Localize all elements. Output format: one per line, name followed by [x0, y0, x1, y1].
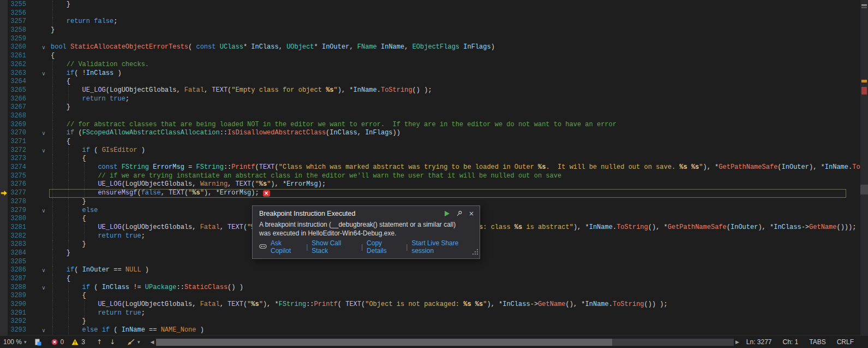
vertical-scrollbar[interactable]: [860, 0, 868, 335]
code-line[interactable]: 3272∨ if ( GIsEditor ): [0, 146, 860, 155]
fold-chevron-icon[interactable]: ∨: [40, 207, 47, 215]
next-issue-button[interactable]: ↓: [110, 338, 115, 346]
horizontal-scrollbar-thumb[interactable]: [156, 339, 613, 346]
zoom-control[interactable]: 100 % ▾: [3, 338, 27, 346]
code-line[interactable]: 3276 UE_LOG(LogUObjectGlobals, Warning, …: [0, 180, 860, 189]
pin-icon[interactable]: [456, 210, 463, 217]
ask-copilot-link[interactable]: Ask Copilot: [271, 239, 302, 255]
copy-details-link[interactable]: Copy Details: [367, 239, 402, 255]
indent-mode-indicator[interactable]: TABS: [809, 338, 825, 346]
line-number: 3278: [8, 198, 26, 207]
fold-chevron-icon[interactable]: ∨: [40, 326, 47, 335]
code-line[interactable]: 3267 }: [0, 103, 860, 112]
line-indicator[interactable]: Ln: 3277: [746, 338, 772, 346]
line-number: 3281: [8, 223, 26, 232]
resize-grip[interactable]: [472, 247, 478, 257]
warning-indicator[interactable]: 3: [71, 338, 85, 346]
code-text: }: [51, 1, 70, 9]
close-icon[interactable]: ×: [469, 210, 474, 217]
fold-chevron-icon[interactable]: ∨: [40, 129, 47, 138]
code-line[interactable]: 3273 {: [0, 155, 860, 163]
code-line[interactable]: 3260∨bool StaticAllocateObjectErrorTests…: [0, 43, 860, 52]
code-line[interactable]: 3255 }: [0, 1, 860, 9]
line-number: 3289: [8, 292, 26, 300]
code-line[interactable]: 3262 // Validation checks.: [0, 61, 860, 69]
chevron-down-icon: ▾: [24, 339, 27, 345]
column-indicator[interactable]: Ch: 1: [783, 338, 799, 346]
code-text: {: [51, 292, 86, 300]
document-health-icon[interactable]: [34, 339, 41, 346]
code-line[interactable]: 3258}: [0, 26, 860, 35]
error-count: 0: [61, 338, 64, 346]
code-line[interactable]: 3293∨ else if ( InName == NAME_None ): [0, 326, 860, 335]
code-text: if (FScopedAllowAbstractClassAllocation:…: [51, 129, 400, 138]
line-number: 3293: [8, 326, 26, 335]
line-number: 3279: [8, 207, 26, 215]
code-line[interactable]: 3269 // for abstract classes that are be…: [0, 121, 860, 129]
code-line[interactable]: 3287 {: [0, 275, 860, 284]
separator: |: [306, 243, 308, 251]
vertical-scrollbar-thumb[interactable]: [860, 185, 868, 194]
code-line[interactable]: 3263∨ if( !InClass ): [0, 69, 860, 78]
line-number: 3261: [8, 52, 26, 61]
code-line[interactable]: 3286∨ if( InOuter == NULL ): [0, 266, 860, 275]
code-line[interactable]: 3288∨ if ( InClass != UPackage::StaticCl…: [0, 284, 860, 292]
code-line[interactable]: 3268: [0, 112, 860, 121]
scroll-left-button[interactable]: ◀: [151, 339, 154, 345]
error-indicator[interactable]: 0: [51, 338, 64, 346]
code-line[interactable]: 3261{: [0, 52, 860, 61]
code-cleanup-button[interactable]: ▾: [127, 339, 140, 346]
code-text: UE_LOG(LogUObjectGlobals, Warning, TEXT(…: [51, 180, 326, 189]
error-icon: [51, 339, 58, 345]
continue-button[interactable]: [444, 210, 450, 217]
code-area: 3255 }32563257 return false;3258}3259326…: [0, 1, 860, 335]
code-line[interactable]: 3259: [0, 35, 860, 44]
code-line[interactable]: 3275 // if we are trying instantiate an …: [0, 172, 860, 181]
indent-guide: [52, 258, 53, 267]
fold-chevron-icon[interactable]: ∨: [40, 266, 47, 275]
code-line[interactable]: 3274 const FString ErrorMsg = FString::P…: [0, 163, 860, 172]
show-call-stack-link[interactable]: Show Call Stack: [312, 239, 357, 255]
scroll-right-button[interactable]: ▶: [735, 339, 739, 345]
code-line[interactable]: 3257 return false;: [0, 17, 860, 26]
horizontal-scrollbar[interactable]: [156, 339, 734, 346]
code-line[interactable]: 3291 return true;: [0, 309, 860, 318]
code-line[interactable]: 3265 UE_LOG(LogUObjectGlobals, Fatal, TE…: [0, 86, 860, 95]
code-text: {: [51, 78, 70, 86]
line-number: 3290: [8, 300, 26, 309]
line-number: 3269: [8, 121, 26, 129]
code-line[interactable]: 3256: [0, 9, 860, 18]
line-number: 3284: [8, 249, 26, 258]
fold-chevron-icon[interactable]: ∨: [40, 284, 47, 292]
fold-chevron-icon[interactable]: ∨: [40, 69, 47, 78]
code-line-current[interactable]: 3277 ensureMsgf(false, TEXT("%s"), *Erro…: [0, 189, 860, 198]
line-number: 3283: [8, 240, 26, 249]
code-line[interactable]: 3266 return true;: [0, 95, 860, 104]
code-line[interactable]: 3271 {: [0, 138, 860, 146]
indent-guide: [52, 112, 53, 121]
code-line[interactable]: 3270∨ if (FScopedAllowAbstractClassAlloc…: [0, 129, 860, 138]
code-line[interactable]: 3290 UE_LOG(LogUObjectGlobals, Fatal, TE…: [0, 300, 860, 309]
warning-icon: [71, 339, 79, 345]
split-editor-button[interactable]: [861, 1, 867, 11]
breakpoint-error-icon[interactable]: ×: [263, 190, 270, 197]
line-number: 3285: [8, 258, 26, 267]
line-number: 3280: [8, 215, 26, 223]
code-text: {: [51, 215, 86, 223]
fold-chevron-icon[interactable]: ∨: [40, 146, 47, 155]
code-editor[interactable]: 3255 }32563257 return false;3258}3259326…: [0, 0, 860, 335]
code-text: if( !InClass ): [51, 69, 122, 78]
line-ending-indicator[interactable]: CRLF: [837, 338, 854, 346]
start-live-share-link[interactable]: Start Live Share session: [411, 239, 480, 255]
fold-chevron-icon[interactable]: ∨: [40, 43, 47, 52]
code-text: return false;: [51, 17, 117, 26]
prev-issue-button[interactable]: ↑: [97, 338, 102, 346]
dialog-header: Breakpoint Instruction Executed ×: [253, 206, 480, 217]
line-number: 3260: [8, 43, 26, 52]
line-number: 3274: [8, 163, 26, 172]
code-line[interactable]: 3264 {: [0, 78, 860, 86]
code-line[interactable]: 3292 }: [0, 317, 860, 326]
code-line[interactable]: 3289 {: [0, 292, 860, 300]
play-icon: [444, 210, 450, 217]
line-number: 3262: [8, 61, 26, 69]
